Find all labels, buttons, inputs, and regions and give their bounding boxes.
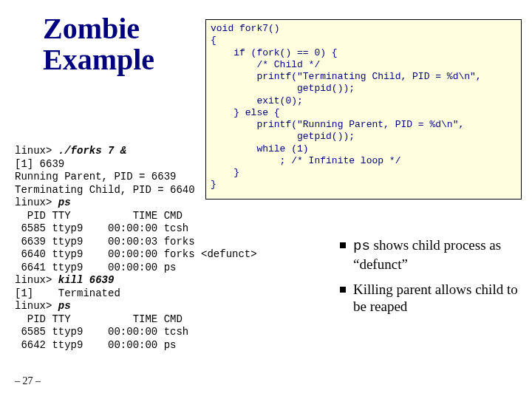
term-line: Terminating Child, PID = 6640 bbox=[15, 184, 195, 196]
title-line1: Zombie bbox=[43, 12, 140, 45]
term-cmd: ps bbox=[58, 197, 71, 208]
term-prompt: linux> bbox=[15, 300, 58, 312]
term-prompt: linux> bbox=[15, 274, 58, 286]
term-line: PID TTY TIME CMD bbox=[15, 210, 183, 222]
bullet-item: Killing parent allows child to be reaped bbox=[340, 281, 525, 316]
bullet-mono: ps bbox=[353, 238, 370, 254]
slide-title: Zombie Example bbox=[43, 13, 154, 75]
term-cmd: ps bbox=[58, 300, 71, 312]
term-line: PID TTY TIME CMD bbox=[15, 313, 183, 325]
bullet-text: Killing parent allows child to be reaped bbox=[353, 281, 525, 316]
term-prompt: linux> bbox=[15, 197, 58, 208]
bullet-list: ps shows child process as “defunct” Kill… bbox=[340, 236, 525, 323]
term-line: 6639 ttyp9 00:00:03 forks bbox=[15, 236, 195, 248]
slide: Zombie Example void fork7() { if (fork()… bbox=[0, 0, 532, 399]
term-line: 6640 ttyp9 00:00:00 forks <defunct> bbox=[15, 248, 257, 260]
terminal-output: linux> ./forks 7 & [1] 6639 Running Pare… bbox=[15, 145, 318, 352]
term-line: [1] Terminated bbox=[15, 287, 120, 299]
term-prompt: linux> bbox=[15, 145, 58, 157]
term-line: 6585 ttyp9 00:00:00 tcsh bbox=[15, 326, 188, 338]
term-cmd: ./forks 7 & bbox=[58, 145, 126, 157]
title-line2: Example bbox=[43, 43, 154, 76]
term-cmd: kill 6639 bbox=[58, 274, 115, 286]
bullet-icon bbox=[340, 287, 346, 293]
term-line: 6585 ttyp9 00:00:00 tcsh bbox=[15, 222, 188, 234]
bullet-tail: shows child process as “defunct” bbox=[353, 237, 501, 272]
term-line: 6642 ttyp9 00:00:00 ps bbox=[15, 339, 176, 351]
bullet-icon bbox=[340, 242, 346, 248]
bullet-text: ps shows child process as “defunct” bbox=[353, 236, 525, 273]
term-line: [1] 6639 bbox=[15, 158, 64, 170]
page-number: – 27 – bbox=[15, 375, 41, 387]
term-line: Running Parent, PID = 6639 bbox=[15, 171, 176, 183]
term-line: 6641 ttyp9 00:00:00 ps bbox=[15, 262, 176, 273]
bullet-item: ps shows child process as “defunct” bbox=[340, 236, 525, 273]
